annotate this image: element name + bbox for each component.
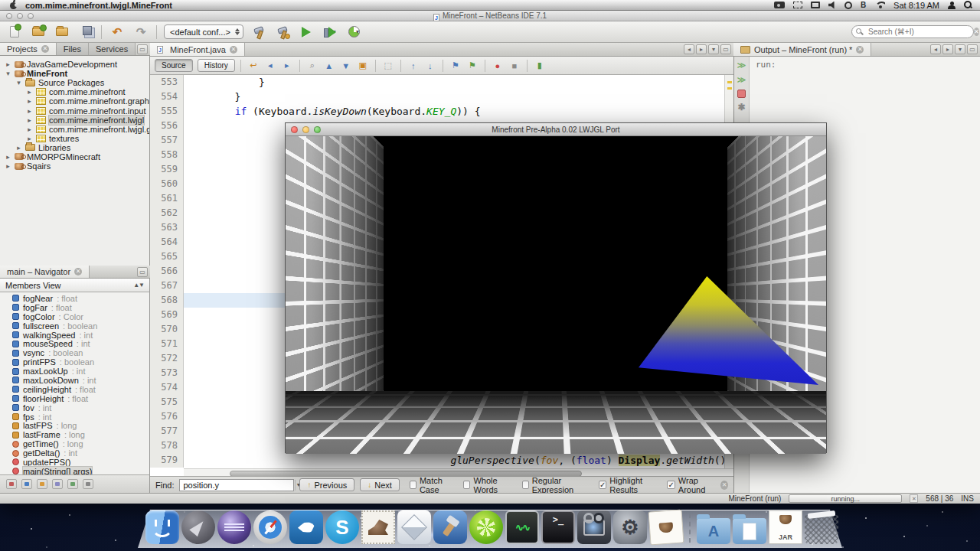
tab-navigator[interactable]: main – Navigator ✕ xyxy=(0,266,90,278)
dock-icon-eclipse[interactable] xyxy=(217,510,251,544)
show-non-public-button[interactable] xyxy=(52,479,63,489)
wifi-icon[interactable] xyxy=(875,2,885,8)
show-inherited-button[interactable] xyxy=(6,479,17,489)
scroll-tabs-right-button[interactable]: ▸ xyxy=(942,44,953,54)
scroll-tabs-right-button[interactable]: ▸ xyxy=(696,44,707,54)
member-printfps[interactable]: printFPS : boolean xyxy=(0,357,149,367)
volume-icon[interactable] xyxy=(828,2,836,9)
stop-process-icon[interactable]: ✕ xyxy=(910,494,918,503)
member-walkingspeed[interactable]: walkingSpeed : int xyxy=(0,331,149,340)
rerun-with-options-button[interactable]: ≫ xyxy=(737,75,747,85)
dock-icon-quicktime[interactable] xyxy=(577,510,611,544)
lwjgl-title-bar[interactable]: Minefront Pre-Alpha 0.02 LWJGL Port xyxy=(286,123,826,136)
member-getdelta[interactable]: getDelta() : int xyxy=(0,448,149,458)
expanded-arrow-icon[interactable]: ▾ xyxy=(5,70,11,77)
tab-minefront-java[interactable]: J MineFront.java ✕ xyxy=(150,43,245,56)
member-vsync[interactable]: vsync : boolean xyxy=(0,348,149,357)
close-icon[interactable]: ✕ xyxy=(230,46,237,54)
collapsed-arrow-icon[interactable]: ▸ xyxy=(5,60,11,68)
dock-icon-system-preferences[interactable]: ⚙ xyxy=(613,510,647,544)
next-bookmark-button[interactable]: ⚑ xyxy=(466,59,479,73)
member-updatefps[interactable]: updateFPS() xyxy=(0,458,149,467)
find-input[interactable] xyxy=(180,481,295,490)
member-fogcolor[interactable]: fogColor : Color xyxy=(0,312,149,321)
show-fields-button[interactable] xyxy=(21,479,32,489)
dock-icon-mail[interactable] xyxy=(361,510,395,544)
dock-icon-finder[interactable] xyxy=(145,510,179,544)
scroll-tabs-left-button[interactable]: ◂ xyxy=(930,44,941,54)
expanded-arrow-icon[interactable]: ▾ xyxy=(15,79,22,86)
rerun-button[interactable]: ≫ xyxy=(737,60,747,70)
sort-alpha-button[interactable] xyxy=(67,479,78,489)
find-input-combo[interactable]: ▼ xyxy=(179,479,294,491)
collapsed-arrow-icon[interactable]: ▸ xyxy=(26,97,33,105)
code-line-555[interactable]: 555 if (Keyboard.isKeyDown(Keyboard.KEY_… xyxy=(150,104,733,119)
redo-button[interactable]: ↷ xyxy=(132,24,149,41)
member-maxlookdown[interactable]: maxLookDown : int xyxy=(0,376,149,385)
scroll-tabs-left-button[interactable]: ◂ xyxy=(684,44,694,54)
tree-item-com-mime-minefront-lwjgl[interactable]: ▸com.mime.minefront.lwjgl xyxy=(0,116,149,125)
sort-source-button[interactable] xyxy=(83,479,93,489)
collapsed-arrow-icon[interactable]: ▸ xyxy=(26,135,33,142)
maximize-panel-button[interactable]: ▭ xyxy=(967,44,978,54)
member-floorheight[interactable]: floorHeight : float xyxy=(0,394,149,403)
time-machine-icon[interactable] xyxy=(844,2,852,9)
save-all-button[interactable] xyxy=(77,24,94,41)
member-fogfar[interactable]: fogFar : float xyxy=(0,303,149,312)
selection-icon[interactable] xyxy=(793,2,802,8)
tab-list-button[interactable]: ▾ xyxy=(955,44,965,54)
toggle-bookmark-button[interactable]: ▮ xyxy=(533,59,547,73)
tree-item-javagamedevelopment[interactable]: ▸JavaGameDevelopment xyxy=(0,60,149,69)
configuration-select[interactable]: <default conf...> xyxy=(164,24,243,39)
checkbox-regular-expression[interactable]: Regular Expression xyxy=(522,476,590,494)
search-clear-icon[interactable]: ✕ xyxy=(974,28,979,36)
spotlight-icon[interactable] xyxy=(964,1,972,9)
show-static-button[interactable] xyxy=(37,479,47,489)
debug-button[interactable]: ▾ xyxy=(322,24,338,41)
ide-search-box[interactable]: ✕ xyxy=(851,25,974,38)
minimize-panel-button[interactable]: ▭ xyxy=(137,267,148,277)
dock-icon-xcode[interactable] xyxy=(433,510,467,544)
member-ceilingheight[interactable]: ceilingHeight : float xyxy=(0,385,149,394)
find-previous-button[interactable]: ↑Previous xyxy=(299,478,354,491)
code-line-553[interactable]: 553 } xyxy=(150,75,733,90)
collapsed-arrow-icon[interactable]: ▸ xyxy=(26,107,33,115)
dock-icon-terminal[interactable]: >_ xyxy=(541,510,575,544)
displays-icon[interactable] xyxy=(811,2,820,8)
tree-item-com-mime-minefront-graphics[interactable]: ▸com.mime.minefront.graphics xyxy=(0,96,149,106)
member-fps[interactable]: fps : int xyxy=(0,412,149,422)
bluetooth-icon[interactable]: B xyxy=(861,1,867,9)
collapsed-arrow-icon[interactable]: ▸ xyxy=(5,153,11,161)
menu-clock[interactable]: Sat 8:19 AM xyxy=(893,1,939,10)
stop-macro-recording-button[interactable]: ■ xyxy=(508,59,521,73)
run-button[interactable] xyxy=(298,24,315,41)
user-switching-icon[interactable] xyxy=(948,2,956,9)
minimize-panel-button[interactable]: ▭ xyxy=(137,44,148,54)
source-view-button[interactable]: Source xyxy=(155,59,193,72)
member-lastfps[interactable]: lastFPS : long xyxy=(0,421,149,430)
dock-icon-limechat[interactable] xyxy=(469,510,503,544)
collapsed-arrow-icon[interactable]: ▸ xyxy=(5,162,11,170)
find-next-selection-button[interactable]: ▼ xyxy=(339,59,353,73)
member-fullscreen[interactable]: fullscreen : boolean xyxy=(0,321,149,331)
apple-menu-icon[interactable] xyxy=(9,1,18,9)
maximize-panel-button[interactable]: ▭ xyxy=(720,44,731,54)
tree-item-com-mime-minefront-lwjgl-gl32[interactable]: ▸com.mime.minefront.lwjgl.gl32 xyxy=(0,125,149,134)
clean-build-button[interactable] xyxy=(274,24,291,41)
member-mousespeed[interactable]: mouseSpeed : int xyxy=(0,339,149,348)
dock-icon-trash[interactable] xyxy=(805,510,838,544)
search-input[interactable] xyxy=(867,27,971,37)
previous-occurrence-button[interactable]: ↑ xyxy=(407,59,420,73)
stop-button[interactable] xyxy=(737,90,746,98)
member-gettime[interactable]: getTime() : long xyxy=(0,439,149,448)
previous-bookmark-button[interactable]: ⚑ xyxy=(449,59,462,73)
dock-icon-jar-file[interactable]: JAR xyxy=(769,510,802,544)
navigator-view-select[interactable]: Members View▲▼ xyxy=(0,279,150,292)
toggle-highlight-search-button[interactable]: ▣ xyxy=(356,59,370,73)
checkbox-match-case[interactable]: Match Case xyxy=(410,476,455,494)
find-next-button[interactable]: ↓Next xyxy=(360,478,400,491)
tab-projects[interactable]: Projects✕ xyxy=(0,43,57,55)
find-selection-button[interactable]: ⌕ xyxy=(305,59,319,73)
dock-icon-skype[interactable]: S xyxy=(325,510,359,544)
tree-item-minefront[interactable]: ▾MineFront xyxy=(0,69,149,78)
